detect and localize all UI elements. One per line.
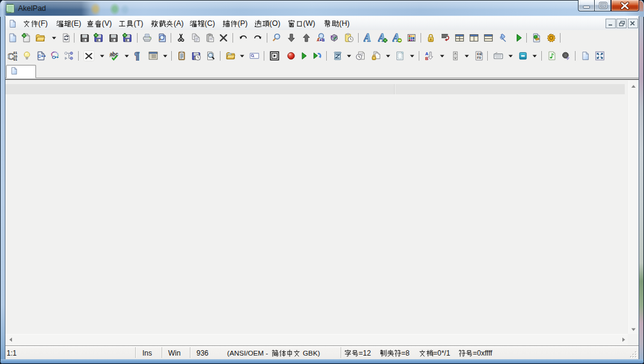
svg-text:B: B — [322, 38, 325, 42]
svg-text:A: A — [317, 38, 320, 42]
svg-text:01: 01 — [13, 58, 17, 61]
svg-text:C++: C++ — [38, 53, 46, 59]
svg-text:F0: F0 — [477, 56, 481, 59]
svg-text:¶: ¶ — [135, 51, 140, 61]
svg-text:A: A — [363, 33, 371, 43]
